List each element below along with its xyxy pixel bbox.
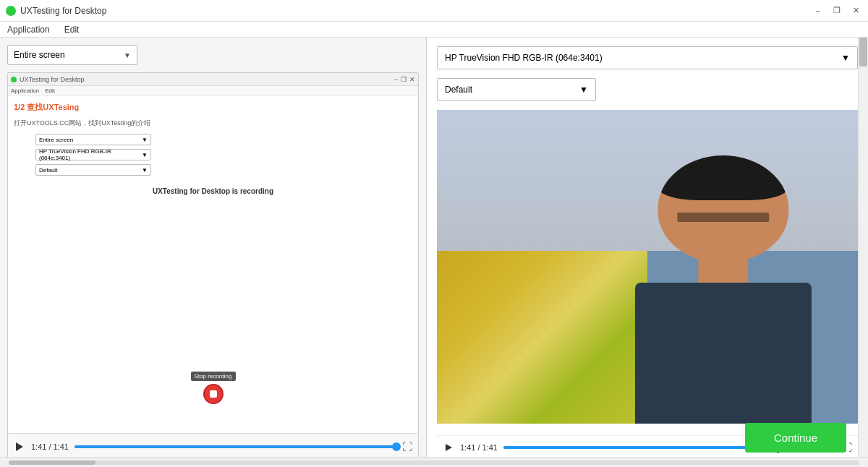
stop-icon — [210, 390, 217, 398]
menu-edit[interactable]: Edit — [61, 23, 82, 36]
camera-feed — [437, 110, 858, 424]
preview-screen-value: Entire screen — [39, 137, 73, 143]
continue-button[interactable]: Continue — [745, 423, 846, 453]
camera-selector-arrow: ▼ — [841, 53, 850, 63]
camera-feed-inner — [437, 110, 858, 424]
right-scrollbar[interactable] — [858, 38, 868, 467]
selector-row: Entire screen ▼ — [7, 45, 419, 65]
preview-window-controls: − ❐ ✕ — [394, 76, 415, 83]
screen-selector[interactable]: Entire screen ▼ — [7, 45, 137, 65]
scrollbar-thumb — [859, 38, 867, 67]
preview-camera-dropdown: HP TrueVision FHD RGB-IR (064e:3401) ▼ — [35, 149, 151, 160]
preview-description: 打开UXTOOLS.CC网站，找到UXTesting的介绍 — [14, 119, 412, 128]
menu-bar: Application Edit — [0, 22, 868, 38]
maximize-button[interactable]: ❐ — [830, 4, 843, 17]
main-content: Entire screen ▼ UXTesting for Desktop − … — [0, 38, 868, 467]
stop-btn-container: Stop recording — [190, 372, 235, 404]
preview-default-arrow: ▼ — [142, 167, 148, 173]
person-neck — [698, 254, 749, 283]
camera-time-label: 1:41 / 1:41 — [460, 443, 498, 452]
preview-minimize: − — [394, 76, 398, 83]
person-head — [658, 155, 789, 262]
preview-camera-value: HP TrueVision FHD RGB-IR (064e:3401) — [39, 148, 142, 161]
camera-scene — [437, 110, 858, 424]
title-bar: UXTesting for Desktop − ❐ ✕ — [0, 0, 868, 22]
preview-progress-fill — [75, 445, 396, 448]
camera-play-icon — [446, 444, 452, 451]
person — [597, 141, 849, 424]
menu-application[interactable]: Application — [4, 23, 53, 36]
preview-screen-dropdown: Entire screen ▼ — [35, 134, 151, 145]
camera-progress-bar[interactable] — [503, 446, 769, 449]
left-panel: Entire screen ▼ UXTesting for Desktop − … — [0, 38, 427, 467]
bottom-scrollbar[interactable] — [0, 457, 868, 467]
stop-tooltip: Stop recording — [190, 372, 235, 381]
preview-screen-arrow: ▼ — [142, 137, 148, 143]
preview-time-label: 1:41 / 1:41 — [31, 442, 69, 451]
camera-selector[interactable]: HP TrueVision FHD RGB-IR (064e:3401) ▼ — [437, 46, 858, 69]
h-scrollbar-track — [9, 460, 859, 465]
h-scrollbar-thumb — [9, 460, 95, 465]
preview-step-title: 1/2 查找UXTesing — [14, 102, 412, 113]
default-selector-value: Default — [445, 85, 472, 95]
title-bar-left: UXTesting for Desktop — [6, 6, 106, 16]
preview-video-controls: 1:41 / 1:41 ⛶ — [8, 433, 418, 459]
app-title: UXTesting for Desktop — [20, 6, 106, 16]
preview-play-button[interactable] — [14, 441, 25, 453]
preview-app-icon — [11, 77, 17, 82]
person-glasses — [677, 213, 769, 222]
person-hair — [658, 155, 789, 200]
recording-text: UXTesting for Desktop is recording — [14, 187, 412, 195]
close-button[interactable]: ✕ — [849, 4, 862, 17]
preview-titlebar-left: UXTesting for Desktop — [11, 76, 85, 83]
preview-default-dropdown: Default ▼ — [35, 164, 151, 176]
camera-selector-value: HP TrueVision FHD RGB-IR (064e:3401) — [445, 53, 603, 63]
preview-menu-application: Application — [11, 87, 39, 94]
stop-recording-button[interactable] — [203, 384, 224, 404]
preview-selectors: Entire screen ▼ HP TrueVision FHD RGB-IR… — [35, 134, 412, 176]
camera-play-button[interactable] — [443, 442, 454, 453]
preview-camera-arrow: ▼ — [142, 152, 148, 158]
app-icon — [6, 6, 16, 16]
screen-selector-value: Entire screen — [14, 50, 65, 60]
preview-progress-thumb — [392, 442, 401, 451]
play-icon — [16, 442, 23, 451]
preview-menu-edit: Edit — [45, 87, 55, 94]
preview-title-text: UXTesting for Desktop — [20, 76, 85, 83]
preview-body: 1/2 查找UXTesing 打开UXTOOLS.CC网站，找到UXTestin… — [8, 96, 418, 433]
preview-titlebar: UXTesting for Desktop − ❐ ✕ — [8, 73, 418, 86]
preview-maximize: ❐ — [401, 76, 407, 83]
preview-menubar: Application Edit — [8, 86, 418, 96]
preview-fullscreen-button[interactable]: ⛶ — [402, 441, 412, 453]
default-selector-arrow: ▼ — [579, 85, 588, 95]
preview-close: ✕ — [409, 76, 415, 83]
right-panel: HP TrueVision FHD RGB-IR (064e:3401) ▼ D… — [427, 38, 868, 467]
person-face — [677, 204, 769, 252]
default-selector[interactable]: Default ▼ — [437, 78, 596, 101]
screen-selector-arrow: ▼ — [124, 51, 131, 59]
preview-progress-bar[interactable] — [75, 445, 396, 448]
minimize-button[interactable]: − — [812, 4, 825, 17]
camera-progress-fill — [503, 446, 769, 449]
preview-window: UXTesting for Desktop − ❐ ✕ Application … — [7, 72, 419, 460]
preview-default-value: Default — [39, 167, 57, 173]
person-body — [635, 283, 812, 424]
window-controls: − ❐ ✕ — [812, 4, 862, 17]
